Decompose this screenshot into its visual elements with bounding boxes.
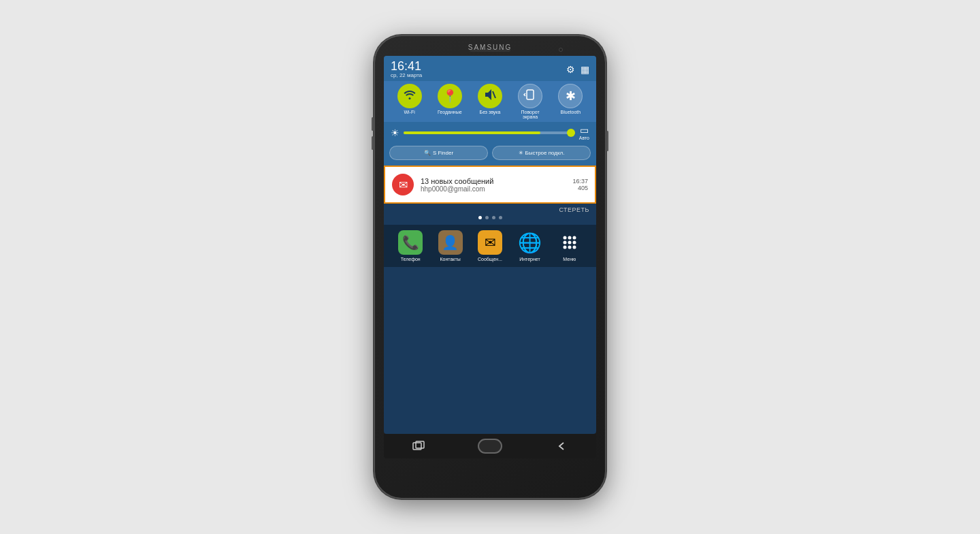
- svg-point-6: [568, 241, 571, 245]
- menu-icon: [557, 230, 582, 255]
- svg-rect-1: [527, 90, 534, 99]
- s-finder-icon: 🔍: [424, 150, 431, 156]
- wifi-circle[interactable]: [397, 84, 422, 108]
- sound-label: Без звука: [480, 110, 501, 114]
- front-camera: [559, 48, 563, 52]
- home-screen: 📞 Телефон 👤 Контакты ✉ Сообщен... 🌐 Инте…: [384, 216, 596, 267]
- phone-icon: 📞: [398, 230, 423, 255]
- svg-point-2: [563, 236, 566, 240]
- wifi-label: Wi-Fi: [404, 110, 414, 114]
- dock-menu[interactable]: Меню: [557, 230, 582, 262]
- dock-phone[interactable]: 📞 Телефон: [398, 230, 423, 262]
- auto-label: Авто: [579, 136, 589, 140]
- svg-point-9: [568, 246, 571, 249]
- notification-meta: 16:37 405: [572, 178, 588, 191]
- toggle-geodata[interactable]: 📍 Геоданные: [438, 84, 462, 119]
- rotation-circle[interactable]: [518, 84, 542, 108]
- clear-button[interactable]: СТЕРЕТЬ: [559, 206, 589, 213]
- volume-buttons[interactable]: [372, 117, 374, 150]
- phone-label: Телефон: [401, 257, 421, 262]
- dot-4: [499, 216, 502, 219]
- internet-label: Интернет: [519, 257, 540, 262]
- dot-2: [485, 216, 489, 219]
- quick-connect-icon: ✳: [519, 150, 523, 156]
- sound-icon: [483, 89, 497, 104]
- date: ср, 22 марта: [391, 72, 422, 78]
- status-icons: ⚙ ▦: [566, 64, 589, 75]
- bluetooth-icon: ✱: [566, 89, 576, 104]
- toggle-rotation[interactable]: Поворот экрана: [518, 84, 542, 119]
- nav-bar: [384, 434, 596, 458]
- clear-row: СТЕРЕТЬ: [384, 204, 596, 216]
- home-button[interactable]: [478, 439, 502, 454]
- menu-label: Меню: [563, 257, 576, 262]
- dock-contacts[interactable]: 👤 Контакты: [438, 230, 463, 262]
- notification-title: 13 новых сообщений: [421, 177, 566, 185]
- svg-point-4: [572, 236, 576, 240]
- svg-point-7: [572, 241, 576, 245]
- settings-icon[interactable]: ⚙: [566, 64, 575, 75]
- quick-buttons-row: 🔍 S Finder ✳ Быстрое подкл.: [384, 143, 596, 163]
- power-button[interactable]: [606, 131, 608, 151]
- status-bar: 16:41 ср, 22 марта ⚙ ▦: [384, 56, 596, 81]
- toggle-wifi[interactable]: Wi-Fi: [397, 84, 422, 119]
- s-finder-label: S Finder: [433, 150, 453, 156]
- wifi-icon: [403, 89, 416, 103]
- messages-label: Сообщен...: [478, 257, 502, 262]
- svg-line-0: [493, 91, 495, 98]
- quick-toggles: Wi-Fi 📍 Геоданные: [384, 81, 596, 122]
- brand-label: SAMSUNG: [468, 44, 512, 51]
- brightness-low-icon: ☀: [391, 127, 399, 138]
- notification-card[interactable]: ✉ 13 новых сообщений hhp0000@gmail.com 1…: [384, 166, 596, 204]
- brightness-fill: [404, 131, 540, 134]
- back-button[interactable]: [551, 436, 572, 456]
- toggle-bluetooth[interactable]: ✱ Bluetooth: [558, 84, 583, 119]
- mail-icon: ✉: [399, 178, 408, 191]
- phone-screen: 16:41 ср, 22 марта ⚙ ▦: [384, 56, 596, 434]
- rotation-label: Поворот экрана: [521, 110, 540, 119]
- dot-3: [492, 216, 495, 219]
- bluetooth-circle[interactable]: ✱: [558, 84, 583, 108]
- contacts-label: Контакты: [440, 257, 460, 262]
- time-date: 16:41 ср, 22 марта: [391, 60, 422, 78]
- brightness-slider[interactable]: [404, 131, 575, 134]
- phone-top-bar: SAMSUNG: [380, 42, 600, 56]
- brightness-thumb: [567, 129, 575, 137]
- s-finder-button[interactable]: 🔍 S Finder: [389, 146, 488, 160]
- contacts-icon: 👤: [438, 230, 463, 255]
- quick-connect-label: Быстрое подкл.: [525, 150, 565, 156]
- page-dots: [478, 216, 502, 219]
- geodata-circle[interactable]: 📍: [438, 84, 462, 108]
- messages-icon: ✉: [478, 230, 502, 255]
- quick-connect-button[interactable]: ✳ Быстрое подкл.: [492, 146, 591, 160]
- notification-subtitle: hhp0000@gmail.com: [421, 185, 566, 193]
- notification-time: 16:37: [572, 178, 588, 185]
- dock: 📞 Телефон 👤 Контакты ✉ Сообщен... 🌐 Инте…: [384, 225, 596, 267]
- notification-content: 13 новых сообщений hhp0000@gmail.com: [421, 177, 566, 193]
- grid-icon[interactable]: ▦: [581, 64, 589, 75]
- sound-circle[interactable]: [478, 84, 502, 108]
- notification-count: 405: [578, 185, 588, 191]
- recent-apps-button[interactable]: [408, 436, 429, 456]
- dock-messages[interactable]: ✉ Сообщен...: [478, 230, 502, 262]
- auto-brightness[interactable]: ▭ Авто: [579, 125, 589, 140]
- toggle-sound[interactable]: Без звука: [478, 84, 502, 119]
- dot-1: [478, 216, 482, 219]
- auto-icon: ▭: [580, 125, 589, 136]
- notification-app-icon: ✉: [392, 174, 414, 195]
- clock: 16:41: [391, 60, 422, 72]
- bluetooth-label: Bluetooth: [561, 110, 581, 114]
- notification-panel: 16:41 ср, 22 марта ⚙ ▦: [384, 56, 596, 166]
- svg-point-10: [572, 246, 576, 249]
- svg-point-3: [568, 236, 571, 240]
- rotation-icon: [523, 88, 537, 104]
- brightness-row: ☀ ▭ Авто: [384, 122, 596, 143]
- geodata-icon: 📍: [442, 89, 457, 104]
- phone-device: SAMSUNG 16:41 ср, 22 марта ⚙ ▦: [374, 35, 606, 499]
- geodata-label: Геоданные: [438, 110, 462, 114]
- svg-point-5: [563, 241, 566, 245]
- dock-internet[interactable]: 🌐 Интернет: [517, 230, 542, 262]
- internet-icon: 🌐: [517, 230, 542, 255]
- svg-point-8: [563, 246, 566, 249]
